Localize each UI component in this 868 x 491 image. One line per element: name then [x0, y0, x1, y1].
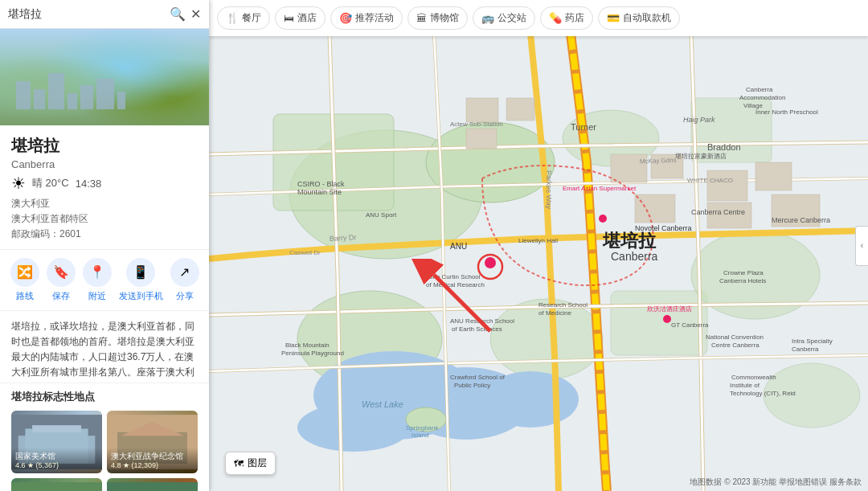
route-label: 路线	[16, 290, 34, 302]
landmark-national-gallery[interactable]: 国家美术馆 4.6 ★ (5,367)	[11, 411, 102, 473]
svg-text:Intra Specialty: Intra Specialty	[792, 338, 833, 345]
svg-text:John Curtin School: John Curtin School	[426, 273, 481, 280]
filter-pharmacy[interactable]: 💊 药店	[540, 6, 593, 30]
svg-text:Caswell Dr: Caswell Dr	[289, 249, 321, 256]
svg-text:CSIRO - Black: CSIRO - Black	[297, 180, 345, 188]
svg-text:Turner: Turner	[571, 122, 596, 132]
svg-point-72	[663, 315, 671, 323]
close-button[interactable]: ✕	[190, 6, 201, 22]
svg-text:WHITE CHACO: WHITE CHACO	[687, 177, 733, 184]
svg-text:West Lake: West Lake	[362, 399, 403, 409]
filter-hotel-label: 酒店	[297, 11, 317, 25]
svg-rect-10	[107, 482, 198, 491]
svg-text:of Medicine: of Medicine	[538, 309, 571, 317]
svg-text:ANU: ANU	[450, 242, 467, 251]
svg-text:Inner North Preschool: Inner North Preschool	[755, 108, 818, 116]
filter-restaurant[interactable]: 🍴 餐厅	[217, 6, 270, 30]
nearby-button[interactable]: 📍 附近	[83, 258, 112, 302]
svg-text:McKay Gdns: McKay Gdns	[640, 157, 677, 166]
svg-text:of Earth Sciences: of Earth Sciences	[452, 325, 502, 333]
svg-rect-34	[466, 129, 497, 149]
landmark-parliament[interactable]: 澳洲国会 4.4 ★ (1,321)	[107, 478, 198, 491]
landmarks-grid: 国家美术馆 4.6 ★ (5,367) 澳大利亚战争纪念馆 4.8 ★ (12,…	[11, 411, 198, 491]
city-region: 澳大利亚首都特区	[11, 211, 198, 227]
landmark-label-memorial: 澳大利亚战争纪念馆 4.8 ★ (12,309)	[107, 448, 198, 473]
svg-text:Mercure Canberra: Mercure Canberra	[772, 216, 830, 224]
left-panel: 🔍 ✕ 堪培拉 Canberra ☀ 晴 20°C 14:38 澳大利亚 澳大利…	[0, 0, 209, 491]
svg-text:Emart Asian Supermarket: Emart Asian Supermarket	[563, 185, 637, 192]
svg-text:Technology (CIT), Reid: Technology (CIT), Reid	[730, 390, 796, 397]
hero-image	[0, 29, 209, 125]
map-svg: Turner Braddon ANU Novotel Canberra West…	[209, 34, 868, 491]
svg-text:ANU Research School: ANU Research School	[450, 317, 514, 325]
svg-text:Canberra Centre: Canberra Centre	[691, 208, 745, 216]
svg-text:Actew Sub-Station: Actew Sub-Station	[450, 121, 503, 128]
svg-text:Parkes Way: Parkes Way	[545, 170, 553, 210]
filter-bar: 🍴 餐厅 🛏 酒店 🎯 推荐活动 🏛 博物馆 🚌 公交站 💊 药店 💳 自动取款…	[209, 0, 868, 36]
museum-icon: 🏛	[416, 12, 427, 24]
nearby-icon: 📍	[83, 258, 112, 287]
svg-rect-37	[707, 170, 747, 201]
svg-text:Crowne Plaza: Crowne Plaza	[723, 269, 764, 276]
svg-rect-41	[635, 194, 675, 223]
svg-rect-32	[466, 98, 498, 122]
filter-recommended[interactable]: 🎯 推荐活动	[330, 6, 403, 30]
city-info: 堪培拉 Canberra ☀ 晴 20°C 14:38 澳大利亚 澳大利亚首都特…	[0, 125, 209, 250]
svg-text:Centre Canberra: Centre Canberra	[711, 342, 760, 349]
search-input[interactable]	[8, 8, 165, 21]
route-button[interactable]: 🔀 路线	[10, 258, 39, 302]
share-label: 分享	[176, 290, 194, 302]
collapse-handle[interactable]: ‹	[855, 226, 868, 266]
save-button[interactable]: 🔖 保存	[47, 258, 76, 302]
svg-text:Haig Park: Haig Park	[683, 116, 715, 124]
svg-text:GT Canberra: GT Canberra	[671, 321, 709, 329]
search-bar: 🔍 ✕	[0, 0, 209, 29]
city-name: 堪培拉	[11, 135, 198, 157]
svg-text:Accommodation: Accommodation	[739, 94, 785, 101]
svg-text:Public Policy: Public Policy	[454, 382, 490, 389]
landmark-war-memorial[interactable]: 澳大利亚战争纪念馆 4.8 ★ (12,309)	[107, 411, 198, 473]
filter-pharmacy-label: 药店	[565, 11, 584, 25]
svg-text:Black Mountain: Black Mountain	[285, 342, 330, 349]
map-layers-button[interactable]: 🗺 图层	[225, 452, 276, 475]
search-button[interactable]: 🔍	[170, 6, 186, 22]
route-icon: 🔀	[10, 258, 39, 287]
filter-bus[interactable]: 🚌 公交站	[473, 6, 535, 30]
filter-bus-label: 公交站	[497, 11, 526, 25]
city-postal: 邮政编码：2601	[11, 227, 198, 242]
pharmacy-icon: 💊	[549, 12, 562, 24]
send-label: 发送到手机	[119, 290, 163, 302]
city-name-en: Canberra	[11, 158, 198, 170]
svg-rect-33	[506, 98, 534, 121]
svg-rect-7	[11, 482, 102, 491]
svg-text:Canberra Hotels: Canberra Hotels	[719, 277, 766, 284]
layers-label: 图层	[248, 456, 267, 470]
svg-text:ANU Sport: ANU Sport	[366, 211, 397, 219]
svg-text:Institute of: Institute of	[730, 382, 760, 389]
layers-icon: 🗺	[234, 458, 244, 469]
svg-text:欣沃洁酒庄酒店: 欣沃洁酒庄酒店	[647, 305, 692, 313]
filter-atm[interactable]: 💳 自动取款机	[598, 6, 680, 30]
svg-text:Commonwealth: Commonwealth	[731, 374, 776, 381]
restaurant-icon: 🍴	[226, 12, 239, 24]
svg-text:Canberra: Canberra	[746, 86, 773, 93]
search-icon: 🔍	[170, 7, 186, 21]
map-area[interactable]: 🍴 餐厅 🛏 酒店 🎯 推荐活动 🏛 博物馆 🚌 公交站 💊 药店 💳 自动取款…	[209, 0, 868, 491]
filter-atm-label: 自动取款机	[623, 11, 671, 25]
weather-icon: ☀	[11, 174, 26, 193]
filter-museum[interactable]: 🏛 博物馆	[407, 6, 468, 30]
save-label: 保存	[52, 290, 70, 302]
city-meta: 澳大利亚 澳大利亚首都特区 邮政编码：2601	[11, 196, 198, 243]
filter-hotel[interactable]: 🛏 酒店	[275, 6, 326, 30]
svg-text:Barry Dr: Barry Dr	[330, 233, 357, 243]
map-background[interactable]: Turner Braddon ANU Novotel Canberra West…	[209, 34, 868, 491]
action-buttons: 🔀 路线 🔖 保存 📍 附近 📱 发送到手机 ↗ 分享	[0, 250, 209, 311]
nearby-label: 附近	[88, 290, 106, 302]
svg-point-71	[599, 215, 607, 223]
landmark-label-gallery: 国家美术馆 4.6 ★ (5,367)	[11, 448, 102, 473]
landmark-national-museum[interactable]: 国家博物馆 4.5 ★ (5,875)	[11, 478, 102, 491]
share-button[interactable]: ↗ 分享	[170, 258, 199, 302]
landmarks-title: 堪培拉标志性地点	[11, 390, 198, 404]
send-button[interactable]: 📱 发送到手机	[119, 258, 163, 302]
svg-text:National Convention: National Convention	[706, 333, 764, 341]
